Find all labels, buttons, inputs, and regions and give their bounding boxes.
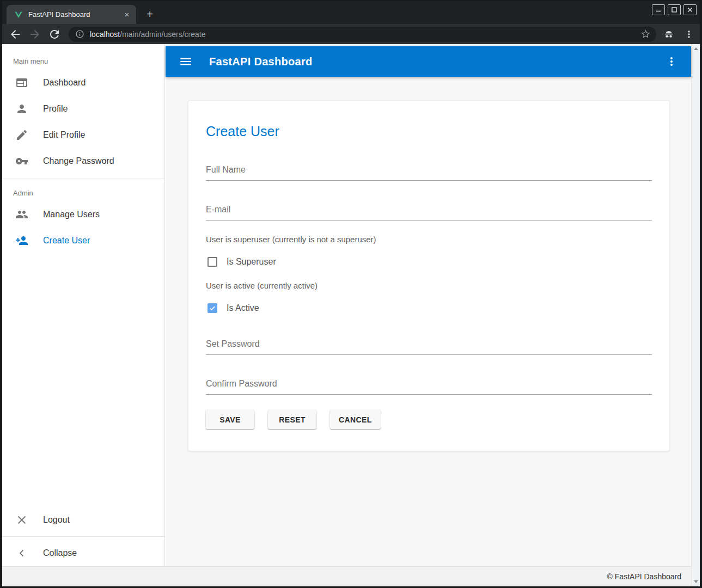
sidebar-item-logout[interactable]: Logout: [2, 507, 164, 533]
dashboard-icon: [15, 76, 28, 89]
sidebar-item-edit-profile[interactable]: Edit Profile: [2, 122, 164, 148]
active-checkbox-label: Is Active: [227, 303, 259, 313]
browser-window: FastAPI Dashboard × + localhost/m: [0, 0, 702, 588]
page-footer: © FastAPI Dashboard: [2, 566, 691, 586]
url-text[interactable]: localhost/main/admin/users/create: [90, 30, 640, 39]
close-icon: [15, 513, 28, 526]
people-icon: [15, 208, 28, 221]
back-icon[interactable]: [9, 28, 22, 41]
superuser-checkbox-row[interactable]: Is Superuser: [207, 257, 652, 267]
active-checkbox[interactable]: [207, 303, 217, 313]
chevron-left-icon: [15, 547, 28, 560]
browser-toolbar: localhost/main/admin/users/create: [2, 24, 700, 44]
sidebar-item-manage-users[interactable]: Manage Users: [2, 201, 164, 228]
refresh-icon[interactable]: [48, 28, 61, 41]
forward-icon[interactable]: [28, 28, 41, 41]
url-path: /main/admin/users/create: [120, 30, 205, 39]
sidebar-item-collapse[interactable]: Collapse: [2, 540, 164, 566]
superuser-checkbox-label: Is Superuser: [227, 257, 276, 267]
person-add-icon: [15, 234, 28, 247]
person-icon: [15, 102, 28, 115]
confirm-password-field[interactable]: [206, 377, 652, 395]
scroll-up-icon[interactable]: [694, 47, 698, 50]
tab-strip: FastAPI Dashboard × +: [2, 1, 700, 24]
hamburger-menu-icon[interactable]: [179, 54, 193, 69]
page-title: Create User: [206, 124, 652, 139]
reset-button[interactable]: RESET: [268, 410, 316, 429]
new-tab-icon[interactable]: +: [143, 8, 157, 22]
sidebar-spacer: [2, 254, 164, 507]
active-checkbox-row[interactable]: Is Active: [207, 303, 652, 313]
close-window-button[interactable]: [683, 4, 697, 15]
sidebar-item-label: Dashboard: [43, 78, 86, 88]
sidebar-item-label: Create User: [43, 236, 90, 246]
sidebar-divider: [2, 536, 164, 537]
full-name-field[interactable]: [206, 163, 652, 181]
app-bar-title: FastAPI Dashboard: [209, 56, 313, 68]
tab-title: FastAPI Dashboard: [28, 10, 122, 19]
checkmark-icon: [209, 304, 216, 312]
cancel-button[interactable]: CANCEL: [330, 410, 381, 429]
page-viewport: Main menu Dashboard Profile Edit Profile: [2, 44, 700, 586]
sidebar-section-main-menu: Main menu: [2, 44, 164, 70]
app-bar-menu-icon[interactable]: [665, 55, 678, 68]
browser-menu-icon[interactable]: [683, 29, 694, 40]
sidebar-item-label: Change Password: [43, 156, 114, 166]
sidebar-section-admin: Admin: [2, 179, 164, 201]
site-info-icon[interactable]: [75, 29, 84, 39]
sidebar-item-label: Profile: [43, 104, 68, 114]
save-button[interactable]: SAVE: [206, 410, 254, 429]
tab-close-icon[interactable]: ×: [122, 10, 132, 20]
bookmark-star-icon[interactable]: [640, 29, 651, 39]
toolbar-right: [663, 28, 694, 40]
sidebar-item-label: Manage Users: [43, 210, 100, 219]
superuser-hint: User is superuser (currently is not a su…: [206, 235, 652, 244]
url-host: localhost: [90, 30, 120, 39]
sidebar-item-profile[interactable]: Profile: [2, 96, 164, 122]
app-bar: FastAPI Dashboard: [166, 46, 691, 77]
vue-favicon: [14, 10, 23, 19]
form-actions: SAVE RESET CANCEL: [206, 410, 652, 429]
browser-tab[interactable]: FastAPI Dashboard ×: [7, 5, 136, 24]
email-field[interactable]: [206, 203, 652, 220]
sidebar-bottom: Logout Collapse: [2, 507, 164, 566]
superuser-checkbox[interactable]: [207, 257, 217, 267]
sidebar-item-label: Edit Profile: [43, 130, 85, 140]
sidebar: Main menu Dashboard Profile Edit Profile: [2, 44, 165, 566]
set-password-field[interactable]: [206, 337, 652, 355]
scroll-down-icon[interactable]: [694, 580, 698, 583]
main-content: FastAPI Dashboard Create User User is su…: [166, 44, 691, 566]
minimize-button[interactable]: [652, 4, 665, 15]
incognito-icon: [663, 28, 675, 40]
vertical-scrollbar[interactable]: [691, 44, 700, 586]
sidebar-item-label: Collapse: [43, 548, 77, 558]
sidebar-item-create-user[interactable]: Create User: [2, 228, 164, 254]
sidebar-item-label: Logout: [43, 515, 70, 525]
address-bar[interactable]: localhost/main/admin/users/create: [69, 27, 656, 42]
copyright-text: © FastAPI Dashboard: [607, 572, 681, 581]
maximize-button[interactable]: [668, 4, 681, 15]
pencil-icon: [15, 128, 28, 142]
window-controls: [652, 4, 697, 15]
sidebar-item-change-password[interactable]: Change Password: [2, 148, 164, 174]
create-user-card: Create User User is superuser (currently…: [188, 100, 670, 451]
active-hint: User is active (currently active): [206, 281, 652, 290]
key-icon: [15, 155, 28, 168]
sidebar-item-dashboard[interactable]: Dashboard: [2, 70, 164, 96]
